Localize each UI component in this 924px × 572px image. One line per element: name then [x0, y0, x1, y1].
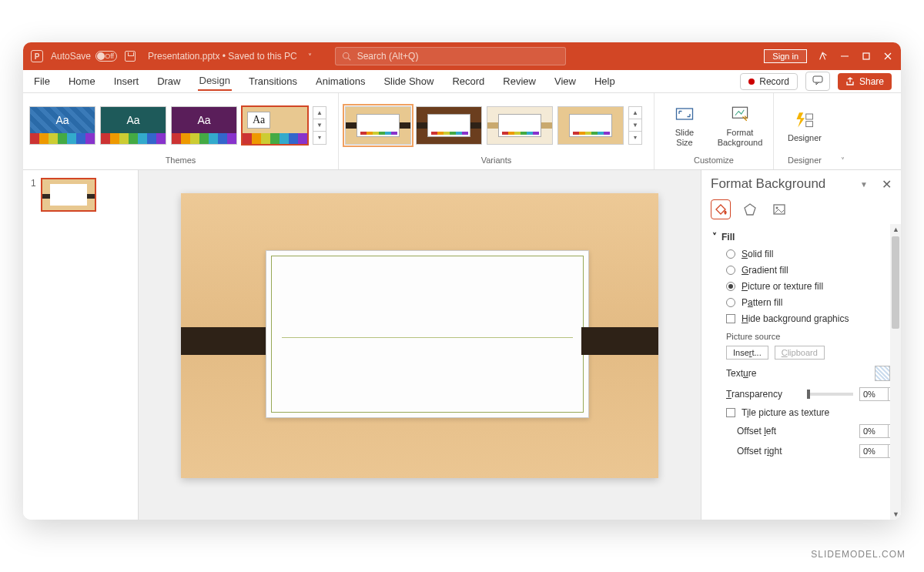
- powerpoint-icon: P: [31, 50, 43, 62]
- format-background-button[interactable]: Format Background: [713, 100, 767, 149]
- menu-file[interactable]: File: [32, 72, 52, 90]
- menu-view[interactable]: View: [553, 72, 578, 90]
- texture-swatch-icon: [875, 366, 889, 380]
- clipboard-button: Clipboard: [775, 346, 825, 360]
- theme-thumb-2[interactable]: Aa: [100, 106, 166, 145]
- autosave-toggle[interactable]: AutoSave Off: [51, 51, 117, 62]
- slide-thumb-preview[interactable]: [41, 178, 96, 212]
- record-dot-icon: [748, 79, 755, 85]
- pane-close-button[interactable]: ✕: [882, 177, 892, 192]
- format-background-icon: [729, 103, 751, 125]
- close-button[interactable]: [882, 51, 893, 62]
- save-icon[interactable]: [125, 51, 136, 62]
- menu-design[interactable]: Design: [198, 72, 232, 91]
- tile-checkbox[interactable]: Tile picture as texture: [726, 407, 829, 418]
- designer-group-label: Designer: [780, 154, 829, 166]
- scroll-down-icon[interactable]: ▼: [629, 119, 641, 132]
- menu-slideshow[interactable]: Slide Show: [382, 72, 435, 90]
- scroll-up-icon[interactable]: ▲: [313, 107, 326, 119]
- svg-line-1: [348, 58, 350, 60]
- minimize-button[interactable]: [839, 51, 850, 62]
- variant-thumb-1-selected[interactable]: [345, 106, 411, 145]
- search-input[interactable]: Search (Alt+Q): [335, 47, 566, 65]
- offset-left-label: Offset left: [726, 426, 853, 437]
- search-placeholder: Search (Alt+Q): [357, 51, 419, 62]
- svg-rect-6: [813, 76, 822, 82]
- texture-label: Texture: [726, 368, 869, 379]
- variants-gallery-scroll[interactable]: ▲▼▾: [628, 106, 642, 145]
- toggle-switch-icon[interactable]: Off: [95, 51, 117, 62]
- svg-rect-10: [806, 121, 813, 126]
- picture-tab[interactable]: [769, 199, 789, 219]
- menu-transitions[interactable]: Transitions: [247, 72, 299, 90]
- menu-home[interactable]: Home: [67, 72, 97, 90]
- record-button[interactable]: Record: [740, 73, 798, 90]
- menubar: File Home Insert Draw Design Transitions…: [23, 70, 901, 93]
- titlebar: P AutoSave Off Presentation.pptx • Saved…: [23, 42, 901, 70]
- powerpoint-window: P AutoSave Off Presentation.pptx • Saved…: [23, 42, 901, 520]
- offset-right-label: Offset right: [726, 446, 853, 457]
- comment-icon: [812, 75, 823, 85]
- scrollbar-thumb[interactable]: [892, 236, 899, 329]
- fill-section-header[interactable]: ˅Fill: [712, 229, 898, 246]
- search-icon: [342, 52, 351, 61]
- sign-in-button[interactable]: Sign in: [764, 49, 807, 63]
- ribbon-collapse-button[interactable]: ˅: [835, 93, 849, 169]
- variant-thumb-2[interactable]: [416, 106, 482, 145]
- theme-thumb-4-selected[interactable]: Aa: [242, 106, 308, 145]
- slide-title-placeholder[interactable]: [266, 250, 589, 418]
- menu-animations[interactable]: Animations: [314, 72, 367, 90]
- pane-options-icon[interactable]: ▼: [860, 180, 868, 189]
- maximize-button[interactable]: [861, 51, 872, 62]
- menu-help[interactable]: Help: [593, 72, 617, 90]
- themes-group: Aa Aa Aa Aa ▲▼▾ Themes: [23, 93, 339, 169]
- coming-soon-icon[interactable]: [818, 51, 829, 62]
- picture-source-label: Picture source: [712, 327, 898, 343]
- gallery-expand-icon[interactable]: ▾: [629, 132, 641, 143]
- picture-icon: [772, 202, 786, 216]
- pane-scrollbar[interactable]: ▲ ▼: [890, 224, 901, 520]
- theme-thumb-3[interactable]: Aa: [171, 106, 237, 145]
- menu-review[interactable]: Review: [501, 72, 537, 90]
- svg-rect-9: [806, 114, 813, 119]
- designer-icon: [794, 109, 815, 130]
- slide-canvas[interactable]: [139, 170, 701, 520]
- scroll-down-icon[interactable]: ▼: [892, 510, 899, 518]
- pane-title: Format Background: [711, 176, 860, 192]
- gradient-fill-radio[interactable]: Gradient fill: [726, 265, 898, 276]
- scroll-up-icon[interactable]: ▲: [629, 107, 641, 119]
- document-title[interactable]: Presentation.pptx • Saved to this PC: [148, 51, 297, 62]
- insert-picture-button[interactable]: Insert...: [726, 346, 768, 360]
- scroll-down-icon[interactable]: ▼: [313, 119, 326, 132]
- transparency-label: Transparency: [726, 389, 801, 400]
- paint-bucket-icon: [714, 202, 728, 216]
- fill-tab[interactable]: [711, 199, 731, 219]
- svg-point-12: [776, 207, 778, 209]
- designer-group: Designer Designer: [774, 93, 835, 169]
- solid-fill-radio[interactable]: Solid fill: [726, 249, 898, 259]
- hide-bg-checkbox[interactable]: Hide background graphics: [726, 313, 898, 324]
- slide-size-button[interactable]: Slide Size: [661, 100, 708, 149]
- format-background-pane: Format Background ▼ ✕ ˅Fill Solid fill G…: [701, 170, 901, 520]
- gallery-expand-icon[interactable]: ▾: [313, 132, 326, 143]
- chevron-down-icon[interactable]: ˅: [308, 52, 312, 61]
- designer-button[interactable]: Designer: [780, 105, 829, 146]
- slide-thumb-1[interactable]: 1: [31, 178, 130, 212]
- pattern-fill-radio[interactable]: Pattern fill: [726, 297, 898, 308]
- menu-record[interactable]: Record: [450, 72, 486, 90]
- menu-draw[interactable]: Draw: [156, 72, 182, 90]
- menu-insert[interactable]: Insert: [112, 72, 141, 90]
- variant-thumb-4[interactable]: [557, 106, 624, 145]
- effects-tab[interactable]: [740, 199, 760, 219]
- picture-fill-radio[interactable]: Picture or texture fill: [726, 281, 898, 292]
- comments-button[interactable]: [805, 72, 830, 91]
- customize-group-label: Customize: [661, 154, 767, 166]
- scroll-up-icon[interactable]: ▲: [892, 226, 899, 233]
- share-button[interactable]: Share: [838, 73, 892, 90]
- variant-thumb-3[interactable]: [487, 106, 553, 145]
- transparency-slider[interactable]: [807, 393, 853, 396]
- svg-rect-3: [863, 53, 869, 59]
- themes-gallery-scroll[interactable]: ▲▼▾: [313, 106, 326, 145]
- theme-thumb-1[interactable]: Aa: [29, 106, 95, 145]
- slide-preview[interactable]: [181, 193, 658, 478]
